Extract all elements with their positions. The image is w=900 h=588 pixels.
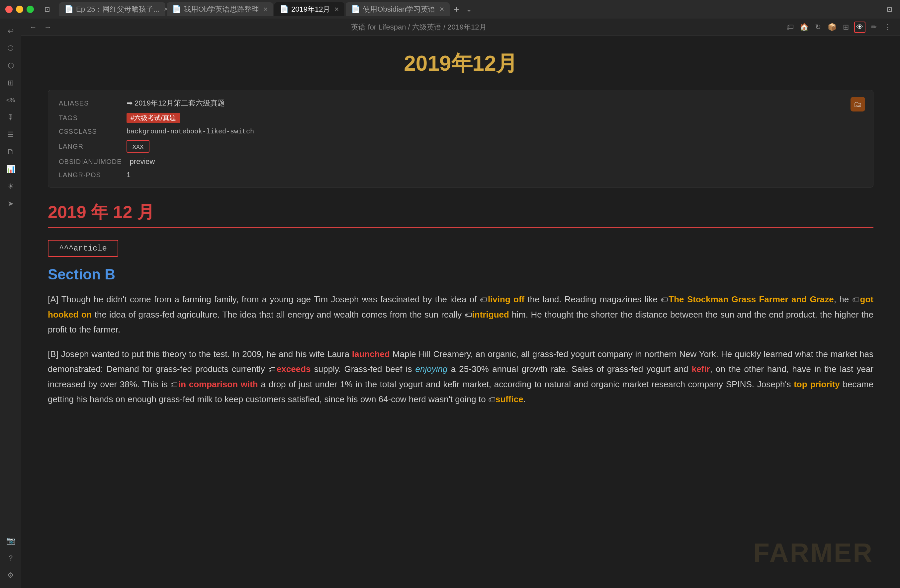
note-content[interactable]: 2019年12月 🗂 ALIASES ➡ 2019年12月第二套六级真题 TAG… — [21, 36, 900, 588]
sidebar-icon-chart[interactable]: 📊 — [3, 162, 18, 176]
highlight-kefir: kefir — [692, 364, 710, 374]
highlight-enjoying: enjoying — [416, 364, 448, 374]
fm-val-cssclass: background-notebook-liked-switch — [127, 128, 254, 135]
tab-ob-english[interactable]: 📄 我用Ob学英语思路整理 ✕ — [167, 2, 273, 16]
tab-close-ob[interactable]: ✕ — [263, 6, 268, 13]
frontmatter-row-langr: LANGR xxx — [59, 140, 863, 153]
minimize-button[interactable] — [16, 6, 23, 13]
forward-button[interactable]: → — [42, 22, 53, 32]
tab-icon: 📄 — [172, 5, 181, 14]
sidebar-icon-camera[interactable]: 📷 — [3, 534, 18, 548]
tab-obsidian-english[interactable]: 📄 使用Obsidian学习英语 ✕ — [346, 2, 450, 16]
article-tag[interactable]: ^^^article — [48, 240, 118, 257]
frontmatter-row-langr-pos: LANGR-POS 1 — [59, 170, 863, 179]
tag-icon-1: 🏷 — [480, 296, 488, 304]
sidebar-icon-sun[interactable]: ☀ — [3, 179, 18, 194]
note-title: 2019年12月 — [48, 49, 874, 78]
sidebar-icon-mic[interactable]: 🎙 — [3, 110, 18, 125]
tag-icon-4: 🏷 — [465, 311, 472, 319]
sidebar-icon-percent[interactable]: <% — [3, 93, 18, 108]
reader-toolbar-icon[interactable]: 👁 — [854, 22, 866, 33]
tab-icon: 📄 — [279, 5, 289, 14]
right-sidebar-toggle[interactable]: ⊡ — [884, 4, 895, 15]
close-button[interactable] — [5, 6, 12, 13]
sidebar-icon-help[interactable]: ? — [3, 551, 18, 565]
titlebar: ⊡ 📄 Ep 25：网红父母晒孩子... ✕ 📄 我用Ob学英语思路整理 ✕ 📄… — [0, 0, 900, 19]
sidebar-icon-grid[interactable]: ⊞ — [3, 76, 18, 90]
fm-val-langr-pos: 1 — [127, 170, 130, 179]
frontmatter-row-aliases: ALIASES ➡ 2019年12月第二套六级真题 — [59, 98, 863, 108]
back-button[interactable]: ← — [28, 22, 39, 32]
frontmatter-row-tags: TAGS #六级考试/真题 — [59, 113, 863, 123]
fm-key-tags: TAGS — [59, 114, 119, 122]
tab-label: 使用Obsidian学习英语 — [363, 4, 435, 14]
sidebar-icon-list[interactable]: ☰ — [3, 127, 18, 142]
fm-key-langr: LANGR — [59, 143, 119, 150]
tab-label: Ep 25：网红父母晒孩子... — [76, 4, 160, 14]
sidebar-icon-send[interactable]: ➤ — [3, 197, 18, 211]
tab-icon: 📄 — [64, 5, 73, 14]
tab-close-obsidian[interactable]: ✕ — [439, 6, 444, 13]
fm-val-obsidianuimode: preview — [130, 157, 155, 166]
maximize-button[interactable] — [26, 6, 34, 13]
para-label-b: [B] — [48, 349, 59, 359]
traffic-lights — [5, 6, 34, 13]
refresh-toolbar-icon[interactable]: ↻ — [812, 22, 824, 33]
sidebar-icon-glasses[interactable]: ⚆ — [3, 41, 18, 56]
fm-val-langr: xxx — [127, 140, 149, 153]
fm-key-obsidianuimode: OBSIDIANUIMODE — [59, 158, 122, 166]
left-sidebar: ↩ ⚆ ⬡ ⊞ <% 🎙 ☰ 🗋 📊 ☀ ➤ 📷 ? ⚙ — [0, 19, 21, 588]
edit-toolbar-icon[interactable]: ✏ — [868, 22, 880, 33]
sidebar-icon-undo[interactable]: ↩ — [3, 24, 18, 39]
frontmatter-row-cssclass: CSSCLASS background-notebook-liked-switc… — [59, 128, 863, 135]
tab-close-2019[interactable]: ✕ — [334, 6, 339, 13]
fm-key-cssclass: CSSCLASS — [59, 128, 119, 135]
highlight-launched: launched — [352, 349, 390, 359]
tab-ep25[interactable]: 📄 Ep 25：网红父母晒孩子... ✕ — [59, 2, 165, 16]
sidebar-icon-file[interactable]: 🗋 — [3, 145, 18, 159]
highlight-intrigued: intrigued — [472, 309, 509, 320]
tag-icon-5: 🏷 — [268, 365, 277, 374]
fm-val-tags[interactable]: #六级考试/真题 — [127, 113, 180, 123]
toolbar-right: 🏷 🏠 ↻ 📦 ⊞ 👁 ✏ ⋮ — [784, 22, 893, 33]
highlight-top-priority: top priority — [794, 379, 840, 389]
sidebar-toggle-button[interactable]: ⊡ — [42, 4, 53, 15]
highlight-exceeds: exceeds — [277, 364, 311, 374]
sidebar-icon-graph[interactable]: ⬡ — [3, 59, 18, 73]
highlight-in-comparison-with: in comparison with — [178, 379, 258, 389]
fm-key-langr-pos: LANGR-POS — [59, 171, 119, 179]
archive-toolbar-icon[interactable]: 📦 — [826, 22, 838, 33]
stacked-layers-icon: 🗂 — [850, 97, 865, 111]
breadcrumb: 英语 for Lifespan / 六级英语 / 2019年12月 — [57, 22, 781, 32]
section-year-heading: 2019 年 12 月 — [48, 201, 874, 228]
new-tab-button[interactable]: + — [451, 2, 462, 16]
sidebar-icon-settings[interactable]: ⚙ — [3, 568, 18, 583]
section-b-heading: Section B — [48, 266, 874, 283]
highlight-stockman[interactable]: The Stockman Grass Farmer and Graze — [669, 294, 833, 304]
tag-toolbar-icon[interactable]: 🏷 — [784, 22, 796, 33]
highlight-living-off: living off — [488, 294, 524, 304]
tag-icon-2: 🏷 — [661, 296, 669, 304]
paragraph-b: [B] Joseph wanted to put this theory to … — [48, 347, 874, 407]
tag-icon-6: 🏷 — [171, 381, 178, 389]
highlight-suffice: suffice — [495, 394, 523, 404]
tab-label: 我用Ob学英语思路整理 — [184, 4, 259, 14]
tab-2019-dec[interactable]: 📄 2019年12月 ✕ — [274, 2, 344, 16]
fm-key-aliases: ALIASES — [59, 99, 119, 107]
home-toolbar-icon[interactable]: 🏠 — [798, 22, 810, 33]
tag-icon-7: 🏷 — [488, 396, 495, 404]
main-layout: ↩ ⚆ ⬡ ⊞ <% 🎙 ☰ 🗋 📊 ☀ ➤ 📷 ? ⚙ ← → 英语 for … — [0, 19, 900, 588]
more-toolbar-icon[interactable]: ⋮ — [882, 22, 893, 33]
more-tabs-button[interactable]: ⌄ — [463, 2, 475, 16]
toolbar: ← → 英语 for Lifespan / 六级英语 / 2019年12月 🏷 … — [21, 19, 900, 36]
content-area: ← → 英语 for Lifespan / 六级英语 / 2019年12月 🏷 … — [21, 19, 900, 588]
fm-val-aliases: ➡ 2019年12月第二套六级真题 — [127, 98, 225, 108]
paragraph-a: [A] Though he didn't come from a farming… — [48, 292, 874, 337]
tab-icon: 📄 — [351, 5, 360, 14]
para-label-a: [A] — [48, 294, 59, 304]
tag-icon-3: 🏷 — [852, 296, 860, 304]
frontmatter-row-obsidianuimode: OBSIDIANUIMODE preview — [59, 157, 863, 166]
layout-toolbar-icon[interactable]: ⊞ — [840, 22, 852, 33]
tab-bar: 📄 Ep 25：网红父母晒孩子... ✕ 📄 我用Ob学英语思路整理 ✕ 📄 2… — [59, 2, 876, 16]
tab-label: 2019年12月 — [291, 4, 330, 14]
